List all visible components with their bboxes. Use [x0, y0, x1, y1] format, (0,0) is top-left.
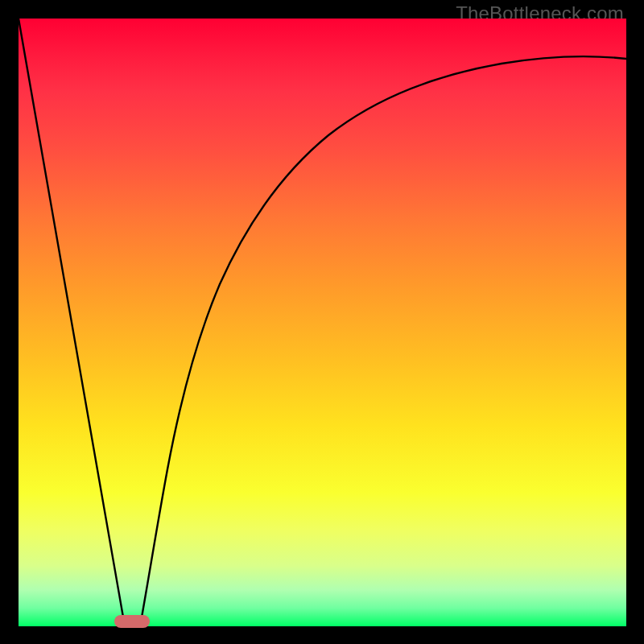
min-marker [114, 615, 150, 628]
curve-layer [19, 19, 626, 626]
chart-frame: TheBottleneck.com [0, 0, 644, 644]
curve-left-descent [19, 19, 125, 626]
plot-area [19, 19, 626, 626]
curve-right-ascent [140, 56, 626, 626]
